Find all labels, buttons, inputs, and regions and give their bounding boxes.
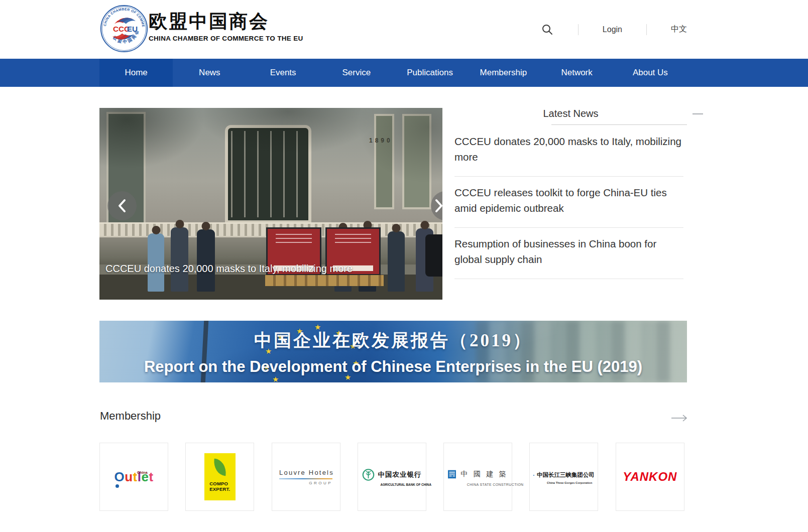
header-actions: Login 中文 [541, 0, 687, 59]
ctg-name-cn: 中国长江三峡集团公司 [537, 471, 595, 479]
outlet-logo: Outlet China [114, 470, 153, 483]
abc-name-en: AGRICULTURAL BANK OF CHINA [380, 483, 421, 486]
nav-item-news[interactable]: News [173, 59, 246, 87]
nav-item-events[interactable]: Events [247, 59, 320, 87]
outlet-letter: t [149, 469, 153, 484]
language-toggle[interactable]: 中文 [671, 24, 687, 35]
ccceu-seal-logo[interactable]: CHINA CHAMBER OF COMMERCE TO THE EU 欧盟中国… [100, 5, 148, 53]
louvre-gradient-rule [279, 478, 332, 479]
membership-more-arrow-icon[interactable] [671, 414, 688, 422]
nav-item-service[interactable]: Service [320, 59, 393, 87]
member-card-yankon[interactable]: YANKON [616, 443, 684, 511]
news-list: CCCEU donates 20,000 masks to Italy, mob… [454, 125, 683, 279]
leaf-icon [212, 459, 227, 476]
cscec-name-en: CHINA STATE CONSTRUCTION [467, 483, 508, 486]
eu-star-icon: ★ [272, 375, 279, 382]
compo-line1: COMPO [209, 481, 230, 487]
ctg-emblem-icon [533, 470, 534, 481]
member-card-louvre-hotels[interactable]: Louvre Hotels GROUP [272, 443, 340, 511]
cscec-name-cn: 中 國 建 築 [460, 470, 508, 479]
news-more-dash[interactable] [692, 113, 703, 114]
membership-logo-row: Outlet China COMPO EXPERT. Louvre Hotels… [99, 443, 684, 511]
ctg-logo: 中国长江三峡集团公司 China Three Gorges Corporatio… [533, 470, 595, 484]
nav-items: HomeNewsEventsServicePublicationsMembers… [99, 59, 687, 87]
chevron-left-icon [118, 199, 127, 213]
nav-item-network[interactable]: Network [540, 59, 614, 87]
compo-expert-logo: COMPO EXPERT. [204, 453, 236, 500]
nav-item-about-us[interactable]: About Us [614, 59, 687, 87]
ctg-name-en: China Three Gorges Corporation [547, 481, 595, 484]
outlet-letter: O [114, 469, 125, 484]
login-link[interactable]: Login [603, 25, 622, 34]
search-icon[interactable] [541, 23, 554, 36]
cscec-logo: 中 國 建 築 CHINA STATE CONSTRUCTION [448, 468, 508, 486]
latest-news-title: Latest News [454, 108, 687, 119]
cscec-emblem-icon [448, 468, 456, 481]
abc-wheat-emblem-icon [362, 468, 375, 482]
header: CHINA CHAMBER OF COMMERCE TO THE EU 欧盟中国… [0, 0, 808, 59]
nav-item-membership[interactable]: Membership [467, 59, 540, 87]
member-card-compo-expert[interactable]: COMPO EXPERT. [185, 443, 254, 511]
chevron-right-icon [434, 199, 442, 213]
compo-line2: EXPERT. [209, 487, 230, 492]
main-nav: HomeNewsEventsServicePublicationsMembers… [0, 59, 808, 87]
nav-item-home[interactable]: Home [99, 59, 173, 87]
news-item[interactable]: CCCEU donates 20,000 masks to Italy, mob… [454, 125, 683, 177]
seal-eu: EU [127, 25, 138, 33]
louvre-hotels-logo: Louvre Hotels GROUP [279, 469, 332, 485]
member-card-outlet-china[interactable]: Outlet China [99, 443, 168, 511]
louvre-group-label: GROUP [279, 481, 332, 485]
outlet-letter: u [125, 469, 133, 484]
news-title-rule [551, 124, 687, 125]
member-card-agricultural-bank[interactable]: 中国农业银行 AGRICULTURAL BANK OF CHINA [358, 443, 426, 511]
membership-section-title: Membership [100, 410, 161, 423]
latest-news-section: Latest News CCCEU donates 20,000 masks t… [454, 108, 687, 119]
carousel-prev-button[interactable] [107, 191, 137, 220]
report-title-en: Report on the Development of Chinese Ent… [99, 358, 687, 376]
brand-title-cn: 欧盟中国商会 [149, 11, 303, 32]
outlet-dot [116, 484, 119, 488]
news-item[interactable]: CCCEU releases toolkit to forge China-EU… [454, 177, 683, 228]
carousel-caption[interactable]: CCCEU donates 20,000 masks to Italy, mob… [105, 263, 353, 275]
page: CHINA CHAMBER OF COMMERCE TO THE EU 欧盟中国… [0, 0, 808, 532]
outlet-super-label: China [137, 466, 148, 479]
header-divider [578, 24, 579, 35]
brand-block: 欧盟中国商会 CHINA CHAMBER OF COMMERCE TO THE … [149, 11, 303, 42]
member-card-china-state-construction[interactable]: 中 國 建 築 CHINA STATE CONSTRUCTION [443, 443, 512, 511]
news-item[interactable]: Resumption of businesses in China boon f… [454, 228, 683, 279]
abc-logo: 中国农业银行 AGRICULTURAL BANK OF CHINA [362, 468, 421, 486]
member-card-china-three-gorges[interactable]: 中国长江三峡集团公司 China Three Gorges Corporatio… [529, 443, 598, 511]
nav-item-publications[interactable]: Publications [393, 59, 467, 87]
report-title-cn: 中国企业在欧发展报告（2019） [99, 329, 687, 352]
louvre-title: Louvre Hotels [279, 469, 332, 476]
brand-title-en: CHINA CHAMBER OF COMMERCE TO THE EU [149, 35, 303, 42]
report-banner[interactable]: ★★★★★★★★★★ 中国企业在欧发展报告（2019） Report on th… [99, 321, 687, 382]
yankon-logo: YANKON [623, 470, 677, 484]
hero-carousel[interactable]: 1890 CCCEU donates 20,000 masks to Italy… [99, 108, 442, 300]
header-divider [646, 24, 647, 35]
abc-name-cn: 中国农业银行 [378, 470, 421, 479]
